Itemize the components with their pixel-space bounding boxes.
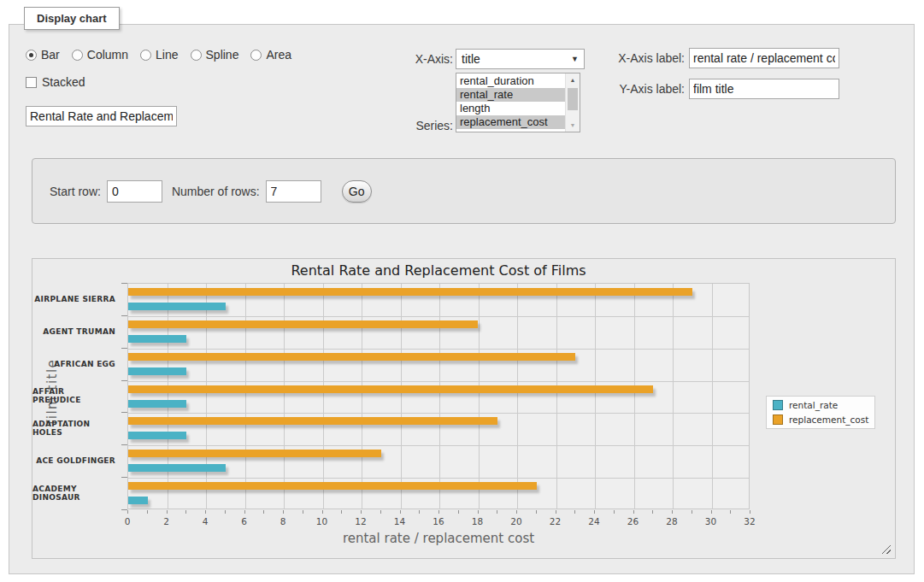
x-tick-mark	[127, 510, 128, 514]
go-button[interactable]: Go	[342, 180, 372, 203]
gridline-vertical	[673, 284, 674, 509]
gridline-horizontal	[128, 381, 749, 382]
y-tick-mark	[121, 348, 127, 349]
x-tick-label: 4	[203, 516, 209, 526]
bar-rental_rate	[128, 400, 186, 408]
x-tick-mark	[341, 510, 342, 514]
x-tick-mark	[692, 510, 692, 514]
x-axis-label-label: X-Axis label:	[611, 51, 685, 65]
y-category-label: AFFAIR PREJUDICE	[32, 380, 121, 413]
radio-spline-label: Spline	[206, 48, 239, 62]
x-tick-mark	[361, 510, 362, 514]
x-tick-label: 6	[241, 516, 247, 526]
stacked-checkbox-row[interactable]: Stacked	[26, 75, 85, 89]
bar-rental_rate	[128, 432, 186, 439]
gridline-vertical	[479, 284, 480, 509]
x-tick-mark	[438, 510, 439, 514]
y-tick-mark	[121, 412, 127, 413]
app-page: Display chart Bar Column Line Spline Are…	[0, 0, 924, 582]
x-tick-mark	[516, 510, 517, 514]
radio-line-label: Line	[156, 48, 178, 62]
gridline-vertical	[634, 284, 635, 509]
series-listbox[interactable]: rental_durationrental_ratelengthreplacem…	[456, 73, 580, 132]
legend-label: rental_rate	[789, 400, 838, 410]
chevron-down-icon: ▼	[571, 55, 579, 63]
bar-rental_rate	[128, 464, 226, 472]
bar-replacement_cost	[128, 450, 381, 457]
num-rows-input[interactable]	[266, 180, 321, 203]
radio-spline[interactable]: Spline	[191, 48, 239, 62]
x-axis-select-label: X-Axis:	[376, 52, 453, 66]
bar-replacement_cost	[128, 417, 497, 425]
series-option[interactable]: replacement_cost	[456, 115, 565, 129]
x-tick-mark	[147, 510, 148, 514]
radio-area[interactable]: Area	[250, 48, 291, 62]
series-option[interactable]: rental_duration	[456, 74, 565, 88]
x-tick-mark	[205, 510, 206, 514]
y-category-label: AIRPLANE SIERRA	[32, 283, 121, 315]
x-tick-mark	[711, 510, 712, 514]
x-axis-label-input[interactable]	[689, 48, 839, 68]
x-tick-mark	[185, 510, 186, 514]
gridline-vertical	[517, 284, 518, 509]
listbox-scrollbar[interactable]: ▲ ▼	[565, 73, 580, 132]
radio-column[interactable]: Column	[72, 48, 128, 62]
scrollbar-thumb[interactable]	[568, 88, 578, 110]
radio-column-label: Column	[87, 48, 128, 62]
y-tick-mark	[121, 283, 127, 284]
x-tick-mark	[322, 510, 323, 514]
x-tick-label: 8	[280, 516, 286, 526]
x-tick-mark	[303, 510, 303, 514]
x-tick-label: 14	[394, 516, 405, 526]
gridline-vertical	[439, 284, 440, 509]
y-category-label: ACE GOLDFINGER	[32, 444, 121, 477]
series-select-label: Series:	[376, 119, 453, 132]
radio-line-icon[interactable]	[140, 50, 151, 61]
row-range-panel: Start row: Number of rows: Go	[32, 158, 896, 224]
x-tick-mark	[574, 510, 575, 514]
radio-line[interactable]: Line	[140, 48, 178, 62]
x-tick-label: 0	[125, 516, 131, 526]
gridline-horizontal	[128, 349, 749, 350]
series-option[interactable]: rental_rate	[456, 88, 565, 102]
x-tick-mark	[750, 510, 750, 514]
x-tick-mark	[633, 510, 634, 514]
x-tick-mark	[419, 510, 420, 514]
x-tick-label: 32	[744, 516, 755, 526]
scroll-down-icon[interactable]: ▼	[566, 119, 580, 132]
radio-bar-icon[interactable]	[26, 50, 37, 61]
scroll-up-icon[interactable]: ▲	[566, 73, 580, 86]
x-tick-mark	[536, 510, 537, 514]
radio-area-icon[interactable]	[250, 50, 262, 61]
x-tick-mark	[263, 510, 264, 514]
start-row-input[interactable]	[107, 180, 162, 203]
chart-title-input[interactable]	[26, 106, 177, 126]
stacked-checkbox[interactable]	[26, 77, 37, 88]
y-axis-label-input[interactable]	[689, 79, 839, 99]
bar-replacement_cost	[128, 288, 692, 296]
x-tick-mark	[400, 510, 401, 514]
bar-replacement_cost	[128, 353, 575, 361]
y-category-label: ADAPTATION HOLES	[32, 412, 121, 444]
resize-handle-icon[interactable]	[881, 544, 891, 554]
gridline-vertical	[323, 284, 324, 509]
x-tick-mark	[672, 510, 673, 514]
x-tick-mark	[244, 510, 245, 514]
x-tick-label: 18	[472, 516, 483, 526]
y-tick-mark	[121, 315, 127, 316]
x-axis-select[interactable]: title ▼	[456, 49, 585, 69]
radio-bar[interactable]: Bar	[26, 48, 60, 62]
y-tick-mark	[121, 509, 127, 510]
gridline-vertical	[206, 284, 207, 509]
bar-replacement_cost	[128, 482, 537, 490]
radio-spline-icon[interactable]	[191, 50, 202, 61]
y-tick-mark	[121, 444, 127, 445]
series-option[interactable]: length	[456, 102, 565, 115]
bar-rental_rate	[128, 367, 186, 375]
x-tick-mark	[167, 510, 168, 514]
gridline-vertical	[284, 284, 285, 509]
radio-column-icon[interactable]	[72, 50, 83, 61]
bar-rental_rate	[128, 303, 226, 310]
x-tick-mark	[497, 510, 497, 514]
gridline-vertical	[712, 284, 713, 509]
